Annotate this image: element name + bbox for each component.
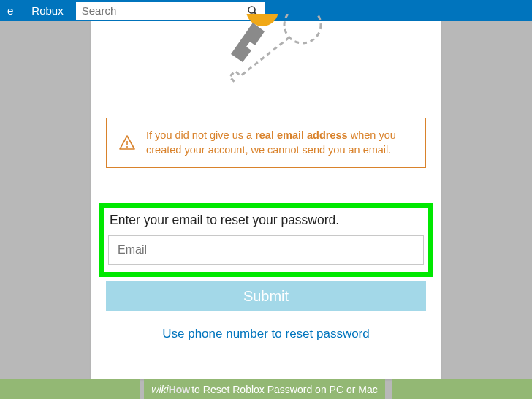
email-field[interactable]: [108, 235, 424, 265]
highlighted-form-section: Enter your email to reset your password.: [99, 203, 433, 277]
warning-box: If you did not give us a real email addr…: [106, 118, 426, 168]
wikihow-attribution-bar: wikiHow to Reset Roblox Password on PC o…: [0, 379, 532, 399]
submit-button[interactable]: Submit: [106, 281, 426, 311]
svg-point-3: [246, 14, 278, 26]
svg-point-2: [284, 14, 321, 43]
reset-password-card: If you did not give us a real email addr…: [91, 21, 441, 379]
svg-point-6: [126, 145, 128, 147]
warning-icon: [118, 134, 136, 152]
wikihow-logo: wikiHow: [151, 384, 190, 395]
prompt-label: Enter your email to reset your password.: [110, 213, 424, 228]
wh-stripe: [0, 379, 140, 399]
wikihow-article-title: to Reset Roblox Password on PC or Mac: [191, 384, 377, 395]
nav-item-robux[interactable]: Robux: [24, 4, 70, 17]
wikihow-title: wikiHow to Reset Roblox Password on PC o…: [144, 379, 384, 399]
wh-stripe: [392, 379, 532, 399]
nav-item-partial[interactable]: e: [0, 4, 20, 17]
key-icon: [200, 14, 332, 98]
use-phone-link[interactable]: Use phone number to reset password: [91, 327, 441, 341]
svg-point-0: [248, 7, 255, 13]
warning-text: If you did not give us a real email addr…: [146, 129, 396, 156]
